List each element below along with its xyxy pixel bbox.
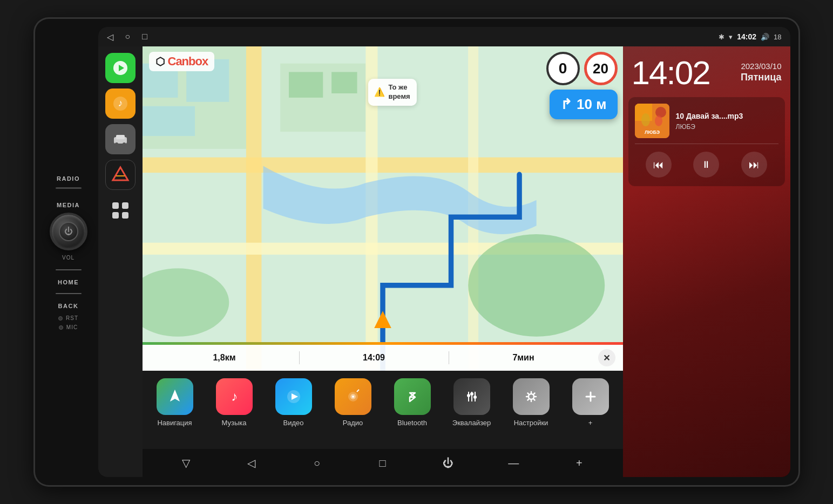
svg-point-40	[352, 396, 354, 398]
radio-section: RADIO	[56, 175, 82, 195]
dock-app-equalizer[interactable]: Эквалайзер	[444, 378, 500, 427]
back-label: BACK	[58, 303, 79, 309]
next-track-button[interactable]: ⏭	[741, 152, 767, 178]
bottom-nav-power[interactable]: ⏻	[437, 452, 459, 474]
back-nav-icon[interactable]: ◁	[107, 32, 113, 42]
map-close-button[interactable]: ✕	[598, 349, 615, 366]
svg-rect-5	[116, 135, 125, 139]
map-distance: 1,8км	[150, 353, 299, 363]
music-artist: ЛЮБЭ	[676, 123, 778, 131]
mic-dot	[59, 325, 63, 330]
navigation-icon	[157, 378, 193, 415]
prev-track-button[interactable]: ⏮	[646, 152, 672, 178]
svg-rect-19	[143, 106, 195, 136]
map-container[interactable]: ⬡ Canbox 0 20 ⚠️ То жевремя	[143, 46, 623, 371]
mic-label: MIC	[66, 324, 78, 330]
volume-level: 18	[774, 33, 781, 41]
sidebar-app-car[interactable]	[105, 124, 136, 154]
radio-label: Радио	[343, 419, 363, 427]
sidebar-app-carplay[interactable]	[105, 53, 136, 83]
music-info: ЛЮБЭ 10 Давай за....mp3 ЛЮБЭ	[635, 104, 778, 138]
album-art: ЛЮБЭ	[635, 104, 669, 138]
speed-display: 0 20	[546, 52, 618, 85]
dock-app-add[interactable]: +	[563, 378, 619, 427]
warning-icon: ⚠️	[374, 87, 385, 97]
settings-icon	[513, 378, 550, 415]
dock-app-navigation[interactable]: Навигация	[147, 378, 203, 427]
map-logo: ⬡ Canbox	[149, 52, 215, 71]
dock-app-music[interactable]: ♪ Музыка	[206, 378, 262, 427]
screen: ◁ ○ □ ✱ ▾ 14:02 🔊 18 ♪	[98, 27, 790, 477]
dock-app-video[interactable]: Видео	[266, 378, 322, 427]
video-label: Видео	[283, 419, 304, 427]
right-panel: 14:02 2023/03/10 Пятница	[623, 46, 790, 477]
bottom-nav-down[interactable]: ▽	[175, 452, 197, 474]
sidebar-app-grid[interactable]	[105, 195, 136, 226]
svg-point-62	[641, 113, 650, 126]
dock-app-radio[interactable]: Радио	[325, 378, 381, 427]
status-bar-left: ◁ ○ □	[107, 32, 147, 42]
date-text: 2023/03/10	[741, 60, 782, 72]
settings-label: Настройки	[514, 419, 548, 427]
play-pause-button[interactable]: ⏸	[693, 152, 719, 178]
vol-label: VOL	[62, 255, 75, 261]
power-knob[interactable]: ⏻	[50, 213, 87, 250]
map-bottom-bar: 1,8км 14:09 7мин ✕	[143, 345, 623, 371]
svg-point-28	[468, 234, 605, 337]
svg-line-41	[357, 390, 359, 392]
main-content: ♪	[98, 46, 790, 477]
svg-point-7	[123, 142, 126, 146]
svg-text:ЛЮБЭ: ЛЮБЭ	[644, 130, 660, 135]
music-icon: ♪	[216, 378, 253, 415]
left-controls: RADIO MEDIA ⏻ VOL HOME BACK RST MIC	[33, 27, 98, 477]
bluetooth-status-icon: ✱	[719, 33, 724, 41]
device: RADIO MEDIA ⏻ VOL HOME BACK RST MIC	[33, 17, 800, 487]
radio-icon	[335, 378, 371, 415]
dock-app-settings[interactable]: Настройки	[503, 378, 559, 427]
music-label: Музыка	[222, 419, 247, 427]
radio-label: RADIO	[57, 175, 80, 182]
home-section: HOME	[58, 279, 79, 287]
add-icon	[572, 378, 609, 415]
big-clock: 14:02	[632, 56, 710, 90]
sidebar-app-kaiten[interactable]	[105, 160, 136, 190]
svg-rect-21	[289, 72, 323, 97]
rst-label: RST	[66, 315, 78, 321]
equalizer-icon	[453, 378, 490, 415]
svg-text:♪: ♪	[118, 98, 123, 108]
bottom-nav-home[interactable]: ○	[306, 452, 328, 474]
music-controls: ⏮ ⏸ ⏭	[635, 149, 778, 180]
map-warning-bubble: ⚠️ То жевремя	[368, 79, 416, 106]
navigation-label: Навигация	[157, 419, 192, 427]
center-area: ⬡ Canbox 0 20 ⚠️ То жевремя	[143, 46, 623, 477]
svg-text:♪: ♪	[231, 389, 238, 404]
wifi-status-icon: ▾	[729, 33, 733, 41]
svg-point-63	[655, 115, 662, 126]
sidebar-app-yandex-music[interactable]: ♪	[105, 88, 136, 119]
clock-section: 14:02 2023/03/10 Пятница	[628, 52, 785, 93]
bottom-nav-plus[interactable]: +	[568, 452, 590, 474]
add-label: +	[588, 419, 593, 427]
svg-rect-13	[112, 212, 119, 219]
music-title: 10 Давай за....mp3	[676, 111, 778, 121]
radio-divider	[56, 187, 82, 189]
date-section: 2023/03/10 Пятница	[741, 60, 782, 83]
rst-dot	[58, 316, 63, 321]
music-text: 10 Давай за....mp3 ЛЮБЭ	[676, 111, 778, 130]
bottom-nav-square[interactable]: □	[371, 452, 393, 474]
music-section: ЛЮБЭ 10 Давай за....mp3 ЛЮБЭ ⏮ ⏸ ⏭	[628, 97, 785, 186]
svg-rect-11	[112, 202, 119, 209]
volume-icon: 🔊	[761, 33, 769, 41]
nav-turn-box: ↱ 10 м	[550, 90, 617, 119]
speed-limit: 20	[584, 52, 618, 85]
recent-nav-icon[interactable]: □	[142, 32, 147, 42]
dock-app-bluetooth[interactable]: Bluetooth	[384, 378, 441, 427]
canbox-logo-text: Canbox	[168, 55, 208, 69]
bottom-nav-minus[interactable]: —	[503, 452, 524, 474]
turn-arrow: ↱	[560, 96, 572, 113]
canbox-logo-icon: ⬡	[155, 55, 165, 68]
map-eta-time: 14:09	[300, 353, 449, 363]
app-dock: Навигация ♪ Музыка Видео	[143, 371, 623, 449]
home-nav-icon[interactable]: ○	[125, 32, 131, 42]
bottom-nav-back[interactable]: ◁	[241, 452, 262, 474]
